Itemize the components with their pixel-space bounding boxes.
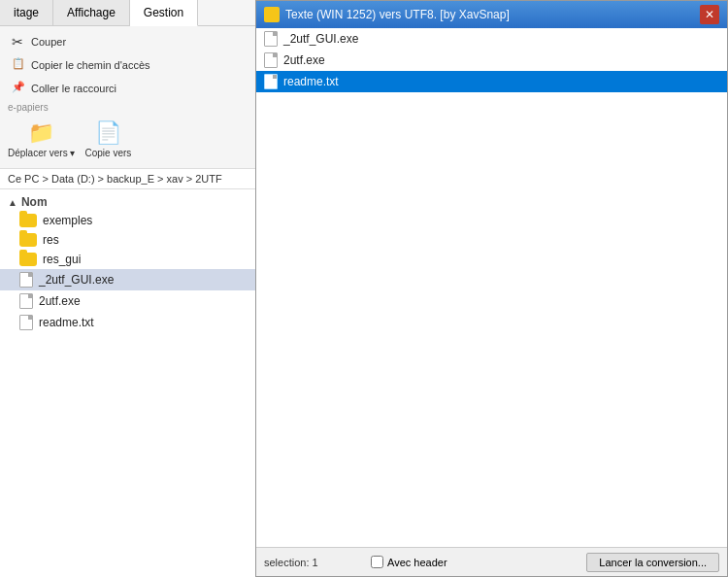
dialog-title-icon: [264, 7, 280, 22]
chevron-up-icon: ▲: [8, 197, 17, 208]
tree-header: ▲ Nom: [0, 193, 256, 211]
folder-icon: [19, 214, 37, 227]
copy-icon: 📄: [95, 120, 121, 146]
dialog-titlebar: Texte (WIN 1252) vers UTF8. [by XavSnap]…: [256, 1, 727, 28]
exe-file-icon: [19, 293, 33, 309]
txt-icon-2: [264, 74, 278, 89]
dialog-file-item-1[interactable]: 2utf.exe: [256, 50, 727, 71]
avec-header-group: Avec header: [371, 556, 447, 568]
dialog-title-text: Texte (WIN 1252) vers UTF8. [by XavSnap]: [285, 8, 510, 21]
tree-item-2utf-gui[interactable]: _2utf_GUI.exe: [0, 269, 256, 290]
explorer-panel: itage Affichage Gestion ✂ Couper 📋 Copie…: [0, 0, 257, 577]
ribbon-large-buttons: 📁 Déplacer vers ▾ 📄 Copie vers: [8, 117, 248, 162]
paste-shortcut-icon: 📌: [12, 81, 27, 96]
tree-item-res[interactable]: res: [0, 230, 256, 250]
tree-item-exemples[interactable]: exemples: [0, 211, 256, 230]
copier-chemin-button[interactable]: 📋 Copier le chemin d'accès: [8, 55, 154, 75]
ribbon-row-3: 📌 Coller le raccourci: [8, 79, 248, 98]
ribbon-row-1: ✂ Couper: [8, 32, 248, 51]
folder-icon: [19, 233, 37, 247]
selection-status: selection: 1: [264, 557, 361, 568]
tab-affichage[interactable]: Affichage: [53, 0, 130, 25]
tree-item-res-gui[interactable]: res_gui: [0, 250, 256, 269]
dialog-status-bar: selection: 1 Avec header Lancer la conve…: [256, 547, 727, 576]
file-tree: ▲ Nom exemples res res_gui _2utf_GUI.exe…: [0, 189, 256, 577]
dialog-file-list: _2utf_GUI.exe 2utf.exe readme.txt: [256, 28, 727, 547]
avec-header-checkbox[interactable]: [371, 556, 383, 568]
ribbon-row-presse: e-papiers: [8, 102, 248, 113]
exe-icon-1: [264, 52, 278, 68]
close-button[interactable]: ✕: [700, 5, 719, 24]
dialog-title-left: Texte (WIN 1252) vers UTF8. [by XavSnap]: [264, 7, 510, 22]
deplacer-button[interactable]: 📁 Déplacer vers ▾: [8, 120, 75, 158]
exe-icon-0: [264, 31, 278, 47]
scissors-icon: ✂: [12, 34, 27, 50]
tree-item-readme[interactable]: readme.txt: [0, 312, 256, 333]
tab-bar: itage Affichage Gestion: [0, 0, 256, 26]
convert-button[interactable]: Lancer la conversion...: [586, 553, 719, 572]
tree-item-2utf[interactable]: 2utf.exe: [0, 290, 256, 312]
coller-raccourci-button[interactable]: 📌 Coller le raccourci: [8, 79, 120, 98]
copy-path-icon: 📋: [12, 57, 27, 73]
breadcrumb: Ce PC > Data (D:) > backup_E > xav > 2UT…: [0, 169, 256, 189]
avec-header-label: Avec header: [387, 557, 447, 568]
tab-gestion[interactable]: Gestion: [130, 0, 198, 26]
dialog-file-item-0[interactable]: _2utf_GUI.exe: [256, 28, 727, 50]
move-icon: 📁: [28, 120, 54, 146]
ribbon-row-2: 📋 Copier le chemin d'accès: [8, 55, 248, 75]
presse-papiers-label: e-papiers: [8, 102, 49, 113]
txt-file-icon: [19, 315, 33, 330]
ribbon: ✂ Couper 📋 Copier le chemin d'accès 📌 Co…: [0, 26, 256, 169]
copier-vers-button[interactable]: 📄 Copie vers: [84, 120, 131, 158]
couper-button[interactable]: ✂ Couper: [8, 32, 70, 51]
folder-icon: [19, 253, 37, 266]
exe-file-icon: [19, 272, 33, 288]
conversion-dialog: Texte (WIN 1252) vers UTF8. [by XavSnap]…: [255, 0, 728, 577]
tab-partage[interactable]: itage: [0, 0, 53, 25]
dialog-file-item-2[interactable]: readme.txt: [256, 71, 727, 92]
